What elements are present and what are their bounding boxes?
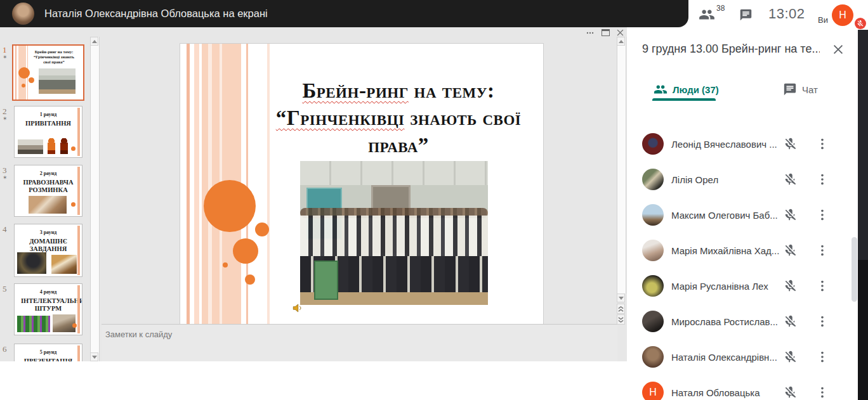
avatar [642,204,664,226]
thumb-photo [17,252,46,274]
thumb-photo [18,139,43,154]
thumb-title: Брейн-ринг на тему: “Грінченківці знають… [30,49,78,65]
slide-thumbnail-1[interactable]: Брейн-ринг на тему: “Грінченківці знають… [12,44,84,101]
mic-off-icon [784,137,798,151]
avatar [642,275,664,297]
thumb-clipart-figure [48,138,55,154]
mic-off-icon [784,243,798,257]
presenter-avatar [12,3,34,25]
slide-thumbnail-6[interactable]: 5 раунд ПРЕЗЕНТАЦІЯ [14,344,82,361]
thumbnail-number-1: 1✶ [3,46,13,60]
meet-side-panel: 9 грудня 13.00 Брейн-ринг на те... Люди … [627,27,858,400]
meeting-title: 9 грудня 13.00 Брейн-ринг на те... [642,42,820,56]
previous-slide-button[interactable] [617,304,625,314]
mic-off-icon [784,350,798,364]
avatar [642,311,664,332]
mic-muted-indicator-icon [855,18,866,29]
viewer-close-icon[interactable] [615,28,625,37]
slide-title: Брейн-ринг на тему: “Грінченківці знають… [253,77,544,159]
participants-icon[interactable] [699,6,715,23]
panel-close-icon[interactable] [831,42,845,56]
thumbnail-scrollbar[interactable] [90,37,100,361]
tab-chat[interactable]: Чат [783,78,818,101]
participant-row: Марія Русланівна Лех [627,268,850,304]
slide-thumbnail-2[interactable]: 1 раунд ПРИВІТАННЯ [14,106,82,158]
next-slide-button[interactable] [617,314,625,325]
participants-count-badge: 38 [716,4,725,13]
thumb-photo [17,316,50,332]
slide-thumbnail-3[interactable]: 2 раунд ПРАВОЗНАВЧА РОЗМИНКА [14,165,82,217]
meet-top-controls: 38 13:02 Ви Н [688,0,868,30]
desktop-edge-strip [858,27,868,400]
self-avatar[interactable]: Н [832,4,853,26]
tab-people[interactable]: Люди (37) [654,78,719,101]
avatar: Н [642,382,664,400]
chat-icon[interactable] [739,8,753,22]
powerpoint-viewer: 1✶ 2✶ 3✶ 4 5 6 Брейн-ринг на тему: “Грін… [0,27,627,361]
panel-scrollbar-thumb[interactable] [852,237,857,302]
participant-row: Наталія Олександрівн... [627,339,850,375]
more-options-button[interactable] [815,172,829,186]
participant-row: Н Наталя Обловацька [627,375,850,400]
avatar [642,346,664,368]
more-options-button[interactable] [815,279,829,293]
slide-thumbnail-5[interactable]: 4 раунд ІНТЕЛЕКТУАЛЬНИЙ ШТУРМ [14,283,82,335]
screen: 1✶ 2✶ 3✶ 4 5 6 Брейн-ринг на тему: “Грін… [0,0,868,400]
slide-scrollbar[interactable] [617,37,626,294]
notes-placeholder: Заметки к слайду [105,330,172,339]
thumbnail-number-4: 4 [3,225,13,233]
avatar [642,240,664,261]
presenter-banner-bar: Наталія Олександрівна Обловацька на екра… [0,0,688,27]
participant-row: Марія Михайлівна Хад... [627,233,850,268]
presenter-banner-text: Наталія Олександрівна Обловацька на екра… [44,0,268,27]
you-label: Ви [818,15,828,25]
thumb-clipart-figure [60,138,68,154]
mic-off-icon [784,208,798,222]
participant-row: Леонід Вячеславович ... [627,126,850,162]
participant-row: Мирослава Ростислав... [627,304,850,339]
viewer-more-options-icon[interactable] [584,29,596,37]
participant-row: Максим Олегович Баб... [627,197,850,233]
slide-notes-pane[interactable]: Заметки к слайду [102,324,617,361]
more-options-button[interactable] [815,137,829,151]
people-icon [654,82,667,96]
avatar [642,169,664,190]
thumbnail-number-2: 2✶ [3,107,13,122]
thumb-photo [39,68,76,94]
more-options-button[interactable] [815,350,829,364]
clock: 13:02 [768,6,805,22]
thumb-photo [29,196,67,214]
thumbnail-scroll-down-icon[interactable] [90,352,98,361]
animation-star: ✶ [3,115,13,122]
animation-star: ✶ [3,54,13,60]
more-options-button[interactable] [815,314,829,328]
thumbnail-number-3: 3✶ [3,166,13,181]
more-options-button[interactable] [815,243,829,257]
mic-off-icon [784,172,798,186]
mic-off-icon [784,279,798,293]
chat-icon [783,82,797,96]
thumbnail-number-5: 5 [3,285,13,293]
more-options-button[interactable] [815,208,829,222]
thumbnail-scroll-up-icon[interactable] [90,37,98,46]
slide-photo [300,161,488,305]
slide-canvas: Брейн-ринг на тему: “Грінченківці знають… [180,43,544,331]
participant-row: Лілія Орел [627,162,850,197]
avatar [642,133,664,155]
viewer-restore-icon[interactable] [602,29,610,36]
thumbnail-number-6: 6 [3,345,13,353]
mic-off-icon [784,314,798,328]
more-options-button[interactable] [815,385,829,399]
mic-off-icon [784,385,798,399]
thumb-photo [51,255,77,274]
slide-scroll-up-icon[interactable] [617,37,625,46]
slide-scroll-down-icon[interactable] [617,294,625,302]
thumb-photo [53,314,76,332]
active-tab-indicator [652,98,716,101]
decorative-circle [204,180,256,232]
slide-thumbnail-4[interactable]: 3 раунд ДОМАШНЄ ЗАВДАННЯ [14,224,82,277]
audio-speaker-icon[interactable] [291,302,304,314]
animation-star: ✶ [3,174,13,181]
